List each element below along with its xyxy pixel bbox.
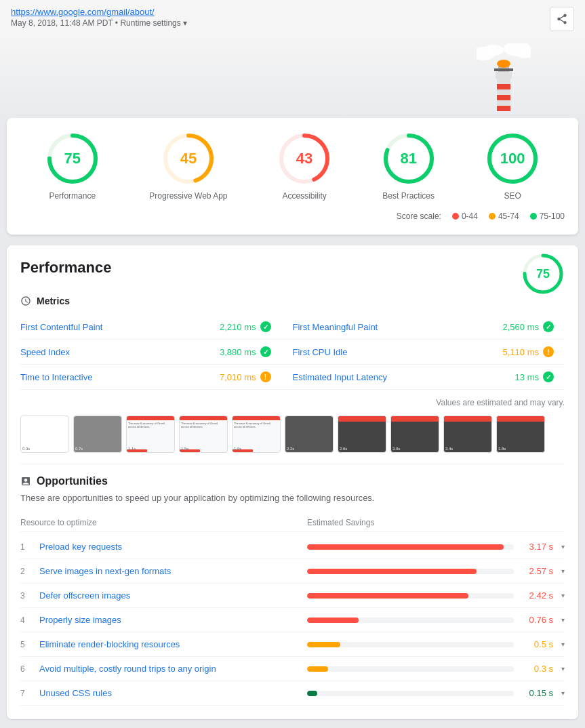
filmstrip: 0.3s 0.7s The ease & accuracy of Gmail, … bbox=[20, 416, 565, 453]
opp-chevron-3[interactable]: ▾ bbox=[561, 592, 565, 599]
metric-fmp-value-wrap: 2,560 ms ✓ bbox=[503, 321, 554, 332]
metric-fmp-icon: ✓ bbox=[543, 321, 554, 332]
metric-fcp-icon: ✓ bbox=[260, 321, 271, 332]
opp-num-3: 3 bbox=[20, 591, 39, 601]
metric-tti-value: 7,010 ms bbox=[220, 372, 256, 382]
metric-fci-value-wrap: 5,110 ms ! bbox=[503, 346, 554, 357]
film-time-2: 1.1s bbox=[128, 447, 136, 451]
metric-eil-icon: ✓ bbox=[543, 371, 554, 382]
metric-fcp: First Contentful Paint 2,210 ms ✓ bbox=[20, 315, 293, 340]
opp-row-6[interactable]: 6 Avoid multiple, costly round trips to … bbox=[20, 657, 565, 681]
metric-si: Speed Index 3,880 ms ✓ bbox=[20, 340, 293, 365]
clock-icon bbox=[20, 296, 31, 306]
performance-label: Performance bbox=[49, 191, 96, 201]
metric-si-value-wrap: 3,880 ms ✓ bbox=[220, 346, 270, 357]
opp-table-header: Resource to optimize Estimated Savings bbox=[20, 514, 565, 532]
header: https://www.google.com/gmail/about/ May … bbox=[0, 0, 585, 37]
scale-red: 0-44 bbox=[452, 211, 478, 221]
metrics-grid: First Contentful Paint 2,210 ms ✓ First … bbox=[20, 315, 565, 390]
opp-bar-5: 0.5 s ▾ bbox=[307, 639, 565, 649]
opportunities-header: Opportunities bbox=[20, 475, 565, 487]
score-accessibility[interactable]: 43 Accessibility bbox=[277, 132, 331, 201]
metric-si-value: 3,880 ms bbox=[220, 347, 256, 357]
seo-label: SEO bbox=[504, 191, 521, 201]
opp-chevron-7[interactable]: ▾ bbox=[561, 689, 565, 697]
header-url[interactable]: https://www.google.com/gmail/about/ bbox=[11, 7, 187, 17]
section-divider bbox=[20, 464, 565, 464]
opp-row-1[interactable]: 1 Preload key requests 3.17 s ▾ bbox=[20, 535, 565, 559]
opportunities-title: Opportunities bbox=[37, 475, 108, 487]
metric-fcp-value-wrap: 2,210 ms ✓ bbox=[220, 321, 270, 332]
score-scale: Score scale: 0-44 45-74 75-100 bbox=[20, 211, 565, 221]
hero-section bbox=[0, 37, 585, 118]
film-time-1: 0.7s bbox=[75, 447, 83, 451]
metric-tti: Time to Interactive 7,010 ms ! bbox=[20, 365, 293, 390]
opp-chevron-1[interactable]: ▾ bbox=[561, 543, 565, 550]
film-time-4: 1.9s bbox=[234, 447, 241, 451]
film-frame-1: 0.7s bbox=[73, 416, 122, 453]
opp-bar-1: 3.17 s ▾ bbox=[307, 542, 565, 552]
svg-rect-6 bbox=[497, 95, 510, 100]
opp-name-1: Preload key requests bbox=[39, 542, 307, 552]
opp-num-6: 6 bbox=[20, 664, 39, 674]
accessibility-label: Accessibility bbox=[282, 191, 326, 201]
metric-fmp-value: 2,560 ms bbox=[503, 322, 539, 332]
film-frame-3: The ease & accuracy of Gmail, across all… bbox=[179, 416, 228, 453]
opp-savings-2: 2.57 s bbox=[519, 566, 553, 576]
opp-row-7[interactable]: 7 Unused CSS rules 0.15 s ▾ bbox=[20, 681, 565, 706]
film-frame-6: 2.6s bbox=[338, 416, 386, 453]
opp-name-7: Unused CSS rules bbox=[39, 688, 307, 698]
score-seo[interactable]: 100 SEO bbox=[485, 132, 540, 201]
opp-chevron-5[interactable]: ▾ bbox=[561, 641, 565, 648]
film-frame-7: 3.0s bbox=[390, 416, 439, 453]
performance-score: 75 bbox=[64, 150, 81, 167]
score-pwa[interactable]: 45 Progressive Web App bbox=[149, 132, 227, 201]
metric-fmp: First Meaningful Paint 2,560 ms ✓ bbox=[293, 315, 565, 340]
opp-savings-1: 3.17 s bbox=[519, 542, 553, 552]
scale-orange: 45-74 bbox=[489, 211, 519, 221]
opp-row-4[interactable]: 4 Properly size images 0.76 s ▾ bbox=[20, 608, 565, 632]
opp-bar-4: 0.76 s ▾ bbox=[307, 615, 565, 625]
opp-chevron-4[interactable]: ▾ bbox=[561, 616, 565, 624]
opp-chevron-2[interactable]: ▾ bbox=[561, 567, 565, 575]
score-performance[interactable]: 75 Performance bbox=[45, 132, 100, 201]
seo-score: 100 bbox=[500, 150, 525, 167]
scores-row: 75 Performance 45 Progressive Web App bbox=[20, 132, 565, 201]
metric-fci-icon: ! bbox=[543, 346, 554, 357]
header-meta: May 8, 2018, 11:48 AM PDT • Runtime sett… bbox=[11, 18, 187, 28]
opp-num-2: 2 bbox=[20, 567, 39, 576]
metric-fcp-value: 2,210 ms bbox=[220, 322, 256, 332]
metric-eil-name: Estimated Input Latency bbox=[293, 372, 387, 382]
film-frame-4: The ease & accuracy of Gmail, across all… bbox=[232, 416, 281, 453]
opp-name-5: Eliminate render-blocking resources bbox=[39, 639, 307, 649]
best-practices-circle: 81 bbox=[382, 132, 436, 186]
opp-row-2[interactable]: 2 Serve images in next-gen formats 2.57 … bbox=[20, 559, 565, 584]
opp-chevron-6[interactable]: ▾ bbox=[561, 665, 565, 672]
accessibility-score: 43 bbox=[296, 150, 312, 167]
film-time-7: 3.0s bbox=[392, 447, 400, 451]
svg-rect-7 bbox=[497, 106, 510, 111]
metric-eil-value-wrap: 13 ms ✓ bbox=[515, 371, 554, 382]
col-savings: Estimated Savings bbox=[307, 518, 565, 527]
share-button[interactable] bbox=[550, 7, 574, 31]
opp-bar-7: 0.15 s ▾ bbox=[307, 688, 565, 698]
col-resource: Resource to optimize bbox=[20, 518, 307, 527]
best-practices-label: Best Practices bbox=[382, 191, 435, 201]
perf-big-score: 75 bbox=[536, 267, 550, 281]
metric-eil-value: 13 ms bbox=[515, 372, 539, 382]
opp-name-4: Properly size images bbox=[39, 615, 307, 625]
film-time-0: 0.3s bbox=[22, 447, 30, 451]
film-frame-9: 3.8s bbox=[496, 416, 545, 453]
metric-fci-value: 5,110 ms bbox=[503, 347, 539, 357]
opp-row-5[interactable]: 5 Eliminate render-blocking resources 0.… bbox=[20, 632, 565, 657]
scale-dot-orange bbox=[489, 213, 496, 220]
opp-savings-7: 0.15 s bbox=[519, 688, 553, 698]
score-best-practices[interactable]: 81 Best Practices bbox=[382, 132, 436, 201]
opportunities-desc: These are opportunities to speed up your… bbox=[20, 493, 565, 503]
opp-row-3[interactable]: 3 Defer offscreen images 2.42 s ▾ bbox=[20, 584, 565, 608]
film-time-9: 3.8s bbox=[498, 447, 506, 451]
metric-tti-name: Time to Interactive bbox=[20, 372, 92, 382]
seo-circle: 100 bbox=[485, 132, 540, 186]
metrics-label: Metrics bbox=[37, 296, 70, 306]
scale-range-red: 0-44 bbox=[462, 211, 478, 221]
